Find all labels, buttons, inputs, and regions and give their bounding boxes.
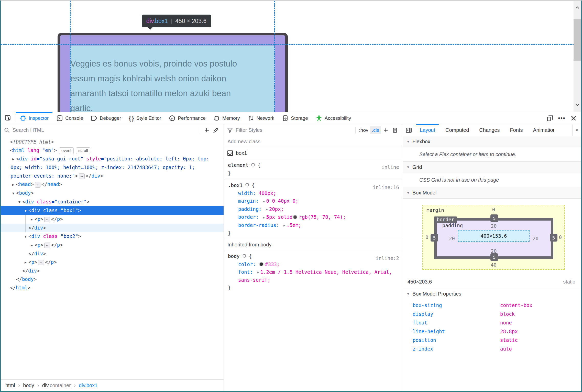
border-bottom-value[interactable]: 5 (490, 253, 498, 261)
search-input[interactable]: Search HTML (13, 127, 198, 133)
tab-console[interactable]: Console (52, 112, 87, 124)
css-declaration[interactable]: border: ▶5px solidrgb(75, 70, 74); (224, 213, 403, 221)
rule-selector[interactable]: body (228, 253, 240, 259)
collapse-arrow-icon[interactable]: ▼ (10, 189, 16, 198)
body-rule[interactable]: body{ inline:2 color: #333; font: ▶1.2em… (224, 250, 403, 293)
highlight-target-icon[interactable] (245, 182, 250, 189)
tab-changes[interactable]: Changes (474, 124, 505, 136)
page-scrollbar[interactable] (574, 1, 581, 112)
expander-icon[interactable]: ▶ (262, 198, 266, 205)
scroll-up-icon[interactable] (574, 4, 581, 12)
margin-left-value[interactable]: 0 (425, 234, 428, 240)
scroll-down-icon[interactable] (574, 101, 581, 109)
tab-accessibility[interactable]: Accessibility (312, 112, 355, 124)
breadcrumb-item[interactable]: body (23, 383, 34, 388)
box-model-property-row[interactable]: line-height28.8px (403, 327, 581, 336)
ellipsis-badge[interactable]: ⋯ (44, 217, 50, 222)
class-panel-toggle[interactable]: .cls (370, 126, 381, 134)
tree-node[interactable]: <!DOCTYPE html> (1, 138, 224, 146)
event-badge[interactable]: event (59, 147, 74, 154)
tab-memory[interactable]: Memory (210, 112, 244, 124)
tree-node[interactable]: ▼<div class="box1"> (1, 206, 224, 215)
box-model-property-row[interactable]: floatnone (403, 318, 581, 327)
tab-computed[interactable]: Computed (440, 124, 474, 136)
flexbox-section-header[interactable]: ▼Flexbox (403, 136, 581, 147)
collapse-arrow-icon[interactable]: ▼ (407, 292, 410, 296)
css-declaration[interactable]: padding: ▶20px; (224, 205, 403, 213)
ellipsis-badge[interactable]: ⋯ (44, 243, 50, 248)
tab-inspector[interactable]: Inspector (16, 112, 52, 124)
expander-icon[interactable]: ▶ (262, 214, 266, 221)
collapse-arrow-icon[interactable]: ▼ (407, 191, 410, 195)
tree-node[interactable]: </div> (1, 224, 224, 232)
expander-icon[interactable]: ▶ (282, 222, 287, 229)
tree-node[interactable]: ▼<div class="box2"> (1, 232, 224, 241)
highlight-target-icon[interactable] (250, 162, 256, 169)
expand-arrow-icon[interactable]: ▶ (10, 155, 16, 163)
css-declaration[interactable]: font: ▶1.2em / 1.5 Helvetica Neue, Helve… (224, 268, 403, 284)
print-simulation-icon[interactable] (390, 126, 400, 135)
close-devtools-icon[interactable] (568, 113, 579, 123)
tree-node[interactable]: ▶<p>⋯</p> (1, 258, 224, 267)
collapse-arrow-icon[interactable]: ▼ (23, 206, 28, 215)
margin-right-value[interactable]: 0 (559, 234, 562, 240)
expander-icon[interactable]: ▶ (265, 205, 269, 213)
add-node-icon[interactable] (202, 126, 211, 135)
expand-arrow-icon[interactable]: ▶ (29, 215, 35, 224)
content-box[interactable]: 400×153.6 (458, 230, 530, 242)
collapse-arrow-icon[interactable]: ▼ (17, 198, 22, 206)
add-rule-icon[interactable] (381, 126, 390, 135)
box-model-property-row[interactable]: box-sizingcontent-box (403, 301, 581, 310)
tab-fonts[interactable]: Fonts (505, 124, 528, 136)
rule-selector[interactable]: .box1 (228, 182, 243, 188)
margin-bottom-value[interactable]: 40 (491, 262, 497, 268)
margin-top-value[interactable]: 0 (492, 207, 495, 212)
color-swatch[interactable] (293, 215, 297, 219)
ellipsis-badge[interactable]: ⋯ (35, 182, 40, 188)
tree-node[interactable]: ▶<p>⋯</p> (1, 215, 224, 224)
node-picker-button[interactable] (1, 112, 16, 124)
tree-node[interactable]: ▶<div id="saka-gui-root" style="position… (1, 155, 224, 180)
rule-selector[interactable]: element (228, 162, 248, 168)
box-model-property-row[interactable]: displayblock (403, 310, 581, 318)
padding-bottom-value[interactable]: 20 (491, 248, 497, 254)
element-rule[interactable]: element{ inline } (224, 159, 403, 179)
add-new-class-input[interactable]: Add new class (224, 136, 403, 147)
class-checkbox[interactable] (227, 150, 233, 156)
scrollbar-thumb[interactable] (574, 19, 581, 61)
css-declaration[interactable]: border-radius: ▶.5em; (224, 221, 403, 230)
box1-rule[interactable]: .box1{ inline:16 width: 400px; margin: ▶… (224, 179, 403, 239)
boxmodel-section-header[interactable]: ▼Box Model (403, 187, 581, 199)
rule-source-link[interactable]: inline:2 (376, 254, 399, 262)
tab-network[interactable]: Network (244, 112, 278, 124)
expander-icon[interactable]: ▶ (256, 268, 260, 276)
markup-search-bar[interactable]: Search HTML (1, 124, 224, 136)
padding-top-value[interactable]: 20 (491, 223, 497, 229)
tab-animations[interactable]: Animations (528, 124, 554, 136)
color-swatch[interactable] (259, 262, 263, 266)
tab-style-editor[interactable]: { } Style Editor (125, 112, 165, 124)
border-right-value[interactable]: 5 (550, 234, 557, 242)
collapse-arrow-icon[interactable]: ▼ (407, 140, 410, 144)
breadcrumb-item[interactable]: div.box1 (79, 383, 97, 388)
grid-section-header[interactable]: ▼Grid (403, 162, 581, 173)
tree-node[interactable]: ▶<head>⋯</head> (1, 180, 224, 189)
boxmodel-properties-header[interactable]: ▼Box Model Properties (403, 288, 581, 299)
filter-styles-input[interactable]: Filter Styles (236, 127, 353, 133)
breadcrumb-item[interactable]: html (5, 383, 15, 388)
expand-arrow-icon[interactable]: ▶ (29, 241, 35, 249)
collapse-arrow-icon[interactable]: ▼ (23, 232, 28, 241)
padding-right-value[interactable]: 20 (533, 236, 539, 241)
devtools-menu-icon[interactable]: ••• (557, 113, 567, 123)
tab-storage[interactable]: Storage (278, 112, 312, 124)
expand-arrow-icon[interactable]: ▶ (10, 180, 16, 189)
sidebar-toggle-icon[interactable] (403, 124, 415, 136)
class-toggle-row[interactable]: box1 (224, 147, 403, 159)
collapse-arrow-icon[interactable]: ▼ (407, 165, 410, 169)
tab-layout[interactable]: Layout (415, 124, 440, 136)
border-left-value[interactable]: 5 (431, 234, 438, 242)
tree-node[interactable]: ▶<p>⋯</p> (1, 241, 224, 249)
border-top-value[interactable]: 5 (490, 214, 498, 222)
tree-node[interactable]: </body> (1, 275, 224, 284)
tree-node[interactable]: </div> (1, 249, 224, 258)
